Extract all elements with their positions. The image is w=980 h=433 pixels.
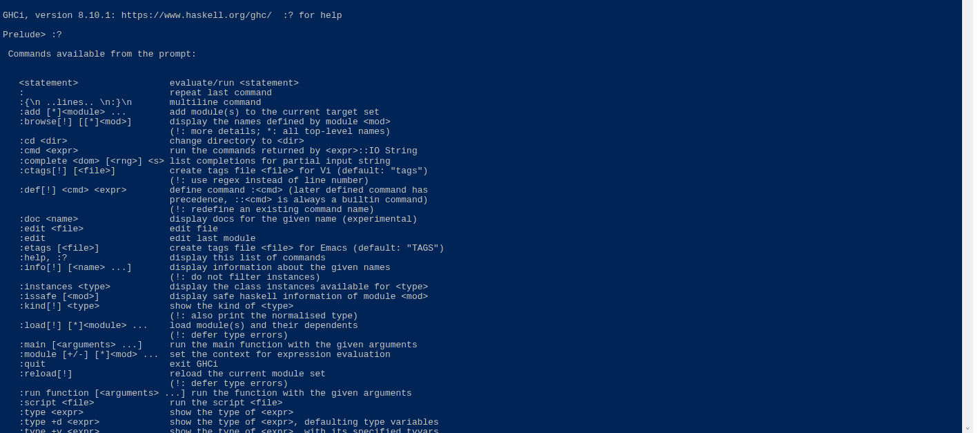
help-description: multiline command <box>170 97 262 108</box>
help-row: :instances <type> display the class inst… <box>3 282 962 292</box>
help-row: : repeat last command <box>3 88 962 98</box>
help-row: (!: also print the normalised type) <box>3 311 962 321</box>
help-command: :doc <name> <box>3 214 170 224</box>
help-description: change directory to <dir> <box>170 136 304 146</box>
help-command: :run function [<arguments> ...] <box>3 388 191 398</box>
scroll-down-button[interactable]: ⌄ <box>962 422 973 433</box>
help-command: <statement> <box>3 78 170 88</box>
help-description: (!: do not filter instances) <box>170 272 320 282</box>
help-description: create tags file <file> for Emacs (defau… <box>170 243 444 253</box>
help-command: :cd <dir> <box>3 136 170 146</box>
help-description: show the type of <expr> <box>170 407 293 418</box>
help-row: :type +v <expr> show the type of <expr>,… <box>3 427 962 433</box>
help-row: :browse[!] [[*]<mod>] display the names … <box>3 117 962 127</box>
help-row: :type <expr> show the type of <expr> <box>3 408 962 418</box>
help-command <box>3 378 170 389</box>
help-row: :def[!] <cmd> <expr> define command :<cm… <box>3 186 962 195</box>
help-description: run the commands returned by <expr>::IO … <box>170 146 418 156</box>
help-row: :main [<arguments> ...] run the main fun… <box>3 340 962 350</box>
ghci-prompt-line: Prelude> :? <box>3 30 962 40</box>
help-description: define command :<cmd> (later defined com… <box>170 185 428 195</box>
help-command: :help, :? <box>3 253 170 263</box>
help-row: :edit <file> edit file <box>3 224 962 234</box>
help-command <box>3 126 170 137</box>
help-command: :type <expr> <box>3 407 170 418</box>
help-description: show the type of <expr>, defaulting type… <box>170 417 439 427</box>
help-command <box>3 175 170 186</box>
help-command <box>3 272 170 282</box>
help-description: run the function with the given argument… <box>191 388 412 398</box>
vertical-scrollbar[interactable]: ⌄ <box>962 0 973 433</box>
help-description: set the context for expression evaluatio… <box>170 349 391 360</box>
help-command: :cmd <expr> <box>3 146 170 156</box>
help-description: list completions for partial input strin… <box>170 156 391 166</box>
help-row: :info[!] [<name> ...] display informatio… <box>3 263 962 273</box>
help-description: display this list of commands <box>170 253 326 263</box>
help-row: :kind[!] <type> show the kind of <type> <box>3 302 962 311</box>
help-command <box>3 195 170 205</box>
help-description: repeat last command <box>170 88 272 98</box>
help-command: :kind[!] <type> <box>3 301 170 311</box>
help-row: :{\n ..lines.. \n:}\n multiline command <box>3 98 962 108</box>
help-description: show the kind of <type> <box>170 301 293 311</box>
help-row: :complete <dom> [<rng>] <s> list complet… <box>3 157 962 166</box>
help-row: :cmd <expr> run the commands returned by… <box>3 146 962 156</box>
help-row: :load[!] [*]<module> ... load module(s) … <box>3 321 962 331</box>
help-command: :edit <box>3 233 170 244</box>
help-row: :quit exit GHCi <box>3 360 962 369</box>
help-description: display the names defined by module <mod… <box>170 117 391 127</box>
help-description: (!: use regex instead of line number) <box>170 175 369 186</box>
help-description: display safe haskell information of modu… <box>170 291 428 302</box>
help-command: :def[!] <cmd> <expr> <box>3 185 170 195</box>
help-description: evaluate/run <statement> <box>170 78 299 88</box>
help-description: (!: defer type errors) <box>170 330 288 340</box>
help-row: (!: use regex instead of line number) <box>3 176 962 186</box>
help-command <box>3 311 170 321</box>
help-row: :help, :? display this list of commands <box>3 253 962 263</box>
commands-heading: Commands available from the prompt: <box>3 50 962 59</box>
help-command: :script <file> <box>3 398 170 408</box>
help-command: :quit <box>3 359 170 369</box>
help-command: :instances <type> <box>3 282 170 292</box>
help-command: :type +v <expr> <box>3 427 170 433</box>
help-command: :add [*]<module> ... <box>3 107 170 117</box>
help-command: :main [<arguments> ...] <box>3 340 170 350</box>
ghci-version-line: GHCi, version 8.10.1: https://www.haskel… <box>3 11 962 21</box>
help-command: :etags [<file>] <box>3 243 170 253</box>
help-description: (!: also print the normalised type) <box>170 311 358 321</box>
help-command: :info[!] [<name> ...] <box>3 262 170 273</box>
help-description: edit last module <box>170 233 256 244</box>
help-description: display information about the given name… <box>170 262 391 273</box>
help-row: (!: do not filter instances) <box>3 273 962 282</box>
help-description: show the type of <expr>, with its specif… <box>170 427 439 433</box>
help-row: :add [*]<module> ... add module(s) to th… <box>3 108 962 117</box>
help-row: <statement> evaluate/run <statement> <box>3 79 962 88</box>
help-row: (!: defer type errors) <box>3 331 962 340</box>
help-row: :edit edit last module <box>3 234 962 244</box>
help-row: precedence, ::<cmd> is always a builtin … <box>3 195 962 205</box>
ghci-terminal[interactable]: GHCi, version 8.10.1: https://www.haskel… <box>0 0 962 433</box>
help-description: (!: defer type errors) <box>170 378 288 389</box>
help-command: :browse[!] [[*]<mod>] <box>3 117 170 127</box>
help-row: :doc <name> display docs for the given n… <box>3 215 962 224</box>
help-command <box>3 204 170 215</box>
help-description: display the class instances available fo… <box>170 282 428 292</box>
help-command: :edit <file> <box>3 224 170 234</box>
help-command: :module [+/-] [*]<mod> ... <box>3 349 170 360</box>
help-command <box>3 330 170 340</box>
help-row: :cd <dir> change directory to <dir> <box>3 137 962 146</box>
help-row: :etags [<file>] create tags file <file> … <box>3 244 962 253</box>
help-row: :run function [<arguments> ...] run the … <box>3 389 962 398</box>
help-description: precedence, ::<cmd> is always a builtin … <box>170 195 428 205</box>
chevron-down-icon: ⌄ <box>966 424 970 432</box>
help-command: :{\n ..lines.. \n:}\n <box>3 97 170 108</box>
help-row: (!: more details; *: all top-level names… <box>3 127 962 137</box>
help-command: :ctags[!] [<file>] <box>3 166 170 176</box>
help-command: :reload[!] <box>3 369 170 379</box>
help-description: edit file <box>170 224 218 234</box>
help-row: :type +d <expr> show the type of <expr>,… <box>3 418 962 427</box>
help-description: exit GHCi <box>170 359 218 369</box>
help-command: :issafe [<mod>] <box>3 291 170 302</box>
help-command: :type +d <expr> <box>3 417 170 427</box>
help-description: (!: more details; *: all top-level names… <box>170 126 391 137</box>
